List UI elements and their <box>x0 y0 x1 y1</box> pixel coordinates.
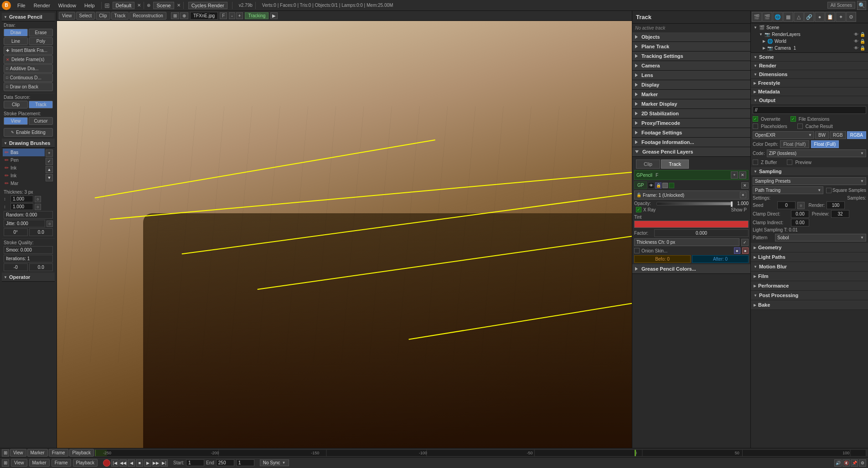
tint-color-bar[interactable] <box>634 221 749 228</box>
placeholders-checkbox[interactable]: ✓ <box>753 123 758 129</box>
clamp-indirect-field[interactable]: 0.00 <box>791 219 809 226</box>
freestyle-section-header[interactable]: ▶ Freestyle <box>751 79 868 87</box>
remove-brush-btn[interactable]: ✓ <box>46 158 53 165</box>
add-brush-btn[interactable]: + <box>46 149 53 157</box>
thickness-apply-btn[interactable]: ✓ <box>741 239 749 246</box>
draw-btn[interactable]: Draw <box>4 29 28 36</box>
vp-select-btn[interactable]: Select <box>76 12 95 20</box>
audio-icon[interactable]: 🔊 <box>834 459 842 467</box>
square-samples-checkbox[interactable]: ✓ <box>826 188 832 193</box>
next-keyframe-btn[interactable]: ▶▶ <box>152 459 160 467</box>
gp-layers-header[interactable]: Grease Pencil Layers <box>632 147 750 157</box>
size-input[interactable] <box>10 195 33 202</box>
bottom-toggle[interactable]: ⊞ <box>2 459 9 467</box>
onion-color-btn2[interactable]: ■ <box>742 247 749 254</box>
clip-btn[interactable]: Clip <box>4 101 28 108</box>
vp-view-btn[interactable]: View <box>59 12 75 20</box>
random-field[interactable]: Random: 0.000 <box>4 211 53 219</box>
gp-remove-btn[interactable]: ✕ <box>739 171 746 179</box>
prop-icon-world[interactable]: 🌐 <box>773 12 783 22</box>
onion-checkbox[interactable]: ✓ <box>634 248 640 253</box>
bottom-marker-btn2[interactable]: Marker <box>29 459 50 467</box>
dimensions-section-header[interactable]: ▼ Dimensions <box>751 70 868 79</box>
thickness-field[interactable]: Thickness Ch: 0 px <box>634 238 739 246</box>
draw-on-back-btn[interactable]: □ Draw on Back <box>4 82 53 91</box>
metadata-section-header[interactable]: ▶ Metadata <box>751 87 868 96</box>
mode-selector[interactable]: Default <box>113 2 135 9</box>
operator-header[interactable]: ▼ Operator <box>2 273 55 282</box>
additive-draw-btn[interactable]: □ Additive Dra... <box>4 64 53 73</box>
gp-lock-btn[interactable]: 🔒 <box>655 182 661 189</box>
insert-blank-btn[interactable]: ✚ Insert Blank Fra... <box>4 46 53 55</box>
all-scenes-selector[interactable]: All Scenes <box>827 2 855 9</box>
proxy-timecode-header[interactable]: Proxy/Timecode <box>632 118 750 128</box>
bottom-playback-btn[interactable]: Playback <box>69 449 94 457</box>
scene-selector[interactable]: Scene <box>153 2 174 9</box>
output-section-header[interactable]: ▼ Output <box>751 96 868 105</box>
objects-section-header[interactable]: Objects <box>632 32 750 42</box>
vp-minus-btn[interactable]: - <box>229 12 235 19</box>
current-frame-input[interactable] <box>236 459 254 466</box>
gp-colors-header[interactable]: Grease Pencil Colors... <box>632 264 750 274</box>
vp-icon2[interactable]: ⊕ <box>180 12 188 19</box>
factor-value[interactable]: 0.000 <box>654 229 749 237</box>
seed-field[interactable]: 0 <box>777 201 796 209</box>
size-lock-btn[interactable]: ○ <box>35 196 41 202</box>
vp-track-btn[interactable]: Track <box>111 12 129 20</box>
skip-start-btn[interactable]: |◀ <box>111 459 119 467</box>
path-tracing-selector[interactable]: Path Tracing ▼ <box>753 186 823 194</box>
menu-render[interactable]: Render <box>30 2 54 9</box>
marker-section-header[interactable]: Marker <box>632 90 750 99</box>
geometry-section[interactable]: ▶ Geometry <box>751 243 868 252</box>
film-section[interactable]: ▶ Film <box>751 272 868 281</box>
bottom-view-btn2[interactable]: View <box>11 459 27 467</box>
play-reverse-btn[interactable]: ◀ <box>128 459 135 467</box>
bw-btn[interactable]: BW <box>815 131 829 139</box>
pin-icon[interactable]: 📌 <box>851 459 858 467</box>
clamp-direct-field[interactable]: 0.00 <box>791 210 809 218</box>
float-full-btn[interactable]: Float (Full) <box>811 140 839 148</box>
performance-section[interactable]: ▶ Performance <box>751 281 868 291</box>
grease-pencil-section-header[interactable]: ▼ Grease Pencil <box>2 13 55 21</box>
render-samples-field[interactable]: 100 <box>827 201 845 209</box>
bottom-frame-btn2[interactable]: Frame <box>52 459 71 467</box>
plane-track-header[interactable]: Plane Track <box>632 42 750 51</box>
rgba-btn[interactable]: RGBA <box>847 131 866 139</box>
file-ext-checkbox[interactable]: ✓ <box>790 116 796 122</box>
prop-icon-constraint[interactable]: 🔗 <box>804 12 814 22</box>
clip-tab[interactable]: Clip <box>636 159 660 169</box>
angle-field[interactable]: 0° <box>4 228 28 236</box>
preview-checkbox[interactable]: ✓ <box>787 159 792 165</box>
iterations-field[interactable]: Iterations: 1 <box>4 255 53 262</box>
render-layers-tree-item[interactable]: ▼ 📷 RenderLayers 👁 🔒 <box>752 31 867 38</box>
mute-icon[interactable]: 🔇 <box>842 459 850 467</box>
vp-play-btn[interactable]: ▶ <box>270 12 278 19</box>
erase-btn[interactable]: Erase <box>29 29 53 36</box>
menu-window[interactable]: Window <box>55 2 80 9</box>
brush-mar[interactable]: ✏ Mar <box>3 180 45 187</box>
sobol-selector[interactable]: Sobol ▼ <box>775 234 866 242</box>
play-btn[interactable]: ▶ <box>144 459 151 467</box>
prop-icon-mesh[interactable]: △ <box>794 12 804 22</box>
menu-file[interactable]: File <box>14 2 29 9</box>
sampling-section-header[interactable]: ▼ Sampling <box>751 167 868 176</box>
angle-factor-field[interactable]: 0.0 <box>29 228 53 236</box>
prev-keyframe-btn[interactable]: ◀◀ <box>119 459 127 467</box>
drawing-brushes-header[interactable]: ▼ Drawing Brushes <box>2 139 55 148</box>
before-field[interactable]: Befo: 0 <box>634 255 691 263</box>
up-brush-btn[interactable]: ▲ <box>46 166 53 173</box>
prop-icon-render[interactable]: 🎬 <box>752 12 762 22</box>
post-processing-section[interactable]: ▼ Post Processing <box>751 291 868 300</box>
enable-editing-btn[interactable]: ✎ Enable Editing <box>4 128 53 137</box>
smooth-field[interactable]: Smoo: 0.000 <box>4 246 53 254</box>
sync-selector[interactable]: No Sync ▼ <box>260 459 289 466</box>
record-btn[interactable] <box>103 459 110 467</box>
pause-btn[interactable]: ■ <box>136 459 143 467</box>
tracking-settings-header[interactable]: Tracking Settings <box>632 51 750 61</box>
brush-pen[interactable]: ✏ Pen <box>3 156 45 164</box>
settings-icon[interactable]: ⚙ <box>859 459 866 467</box>
gp-icon-btn[interactable]: GP <box>634 181 647 189</box>
sampling-presets-selector[interactable]: Sampling Presets ▼ <box>753 177 866 185</box>
prop-icon-scene[interactable]: 🎬 <box>762 12 772 22</box>
motion-blur-section[interactable]: ▼ Motion Blur <box>751 262 868 272</box>
